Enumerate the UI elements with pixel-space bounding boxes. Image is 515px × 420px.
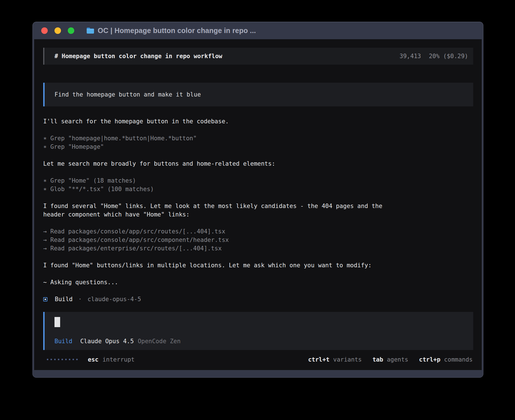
tool-call-group: ∗ Grep "Home" (18 matches) ∗ Glob "**/*.… <box>43 176 473 193</box>
tool-call-group: → Read packages/console/app/src/routes/[… <box>43 227 473 253</box>
spinner-dots <box>47 359 78 360</box>
folder-icon <box>86 27 94 34</box>
shortcut-label: agents <box>387 355 408 364</box>
esc-key-label: interrupt <box>102 355 135 364</box>
tool-call-grep: ∗ Grep "homepage|home.*button|Home.*butt… <box>43 134 473 143</box>
assistant-text: I'll search for the homepage button in t… <box>43 117 473 126</box>
minimize-button[interactable] <box>54 27 61 34</box>
agent-status-row: Build · claude-opus-4-5 <box>43 295 473 303</box>
prompt-input[interactable]: Build Claude Opus 4.5 OpenCode Zen <box>43 312 473 350</box>
input-provider-label: OpenCode Zen <box>138 337 181 345</box>
shortcut-commands: ctrl+p commands <box>419 355 473 364</box>
input-model-label: Claude Opus 4.5 <box>80 337 134 345</box>
close-button[interactable] <box>41 27 48 34</box>
user-message: Find the homepage button and make it blu… <box>43 83 473 106</box>
tool-call-read: → Read packages/enterprise/src/routes/[.… <box>43 244 473 253</box>
shortcut-key: ctrl+t <box>308 355 329 364</box>
shortcut-variants: ctrl+t variants <box>308 355 362 364</box>
token-count: 39,413 <box>400 52 421 60</box>
status-bar-left: esc interrupt <box>47 355 135 364</box>
tool-call-group: ∗ Grep "homepage|home.*button|Home.*butt… <box>43 134 473 151</box>
agent-name: Build <box>55 295 73 303</box>
input-meta: Build Claude Opus 4.5 OpenCode Zen <box>54 337 473 345</box>
shortcut-label: variants <box>333 355 362 364</box>
agent-model: claude-opus-4-5 <box>88 295 141 303</box>
shortcut-agents: tab agents <box>372 355 408 364</box>
status-bar-right: ctrl+t variants tab agents ctrl+p comman… <box>308 355 473 364</box>
window-titlebar[interactable]: OC | Homepage button color change in rep… <box>34 22 482 39</box>
assistant-text: I found "Home" buttons/links in multiple… <box>43 261 473 270</box>
asking-status: ~ Asking questions... <box>43 278 473 286</box>
user-message-text: Find the homepage button and make it blu… <box>54 90 201 99</box>
tool-call-grep: ∗ Grep "Homepage" <box>43 143 473 151</box>
session-header: # Homepage button color change in repo w… <box>43 48 473 65</box>
text-cursor <box>54 317 60 327</box>
shortcut-key: tab <box>372 355 383 364</box>
tool-call-read: → Read packages/console/app/src/componen… <box>43 236 473 244</box>
tool-call-read: → Read packages/console/app/src/routes/[… <box>43 227 473 236</box>
traffic-lights <box>41 27 74 34</box>
assistant-transcript: I'll search for the homepage button in t… <box>43 106 473 303</box>
shortcut-key: ctrl+p <box>419 355 440 364</box>
status-bar: esc interrupt ctrl+t variants tab agents… <box>43 350 473 370</box>
window-title: OC | Homepage button color change in rep… <box>98 27 256 35</box>
tool-call-glob: ∗ Glob "**/*.tsx" (100 matches) <box>43 185 473 193</box>
agent-separator: · <box>78 295 82 303</box>
assistant-text: I found several "Home" links. Let me loo… <box>43 202 473 219</box>
terminal-window: OC | Homepage button color change in rep… <box>32 22 483 378</box>
context-usage: 20% ($0.29) <box>429 52 468 60</box>
session-stats: 39,413 20% ($0.29) <box>400 52 468 60</box>
tool-call-grep: ∗ Grep "Home" (18 matches) <box>43 176 473 185</box>
terminal-content: # Homepage button color change in repo w… <box>34 39 482 370</box>
assistant-text: Let me search more broadly for buttons a… <box>43 159 473 168</box>
esc-key-hint: esc <box>88 355 99 364</box>
input-mode-label: Build <box>54 337 72 345</box>
zoom-button[interactable] <box>68 27 74 34</box>
shortcut-label: commands <box>444 355 473 364</box>
session-title: # Homepage button color change in repo w… <box>54 52 222 60</box>
build-agent-icon <box>43 297 47 301</box>
